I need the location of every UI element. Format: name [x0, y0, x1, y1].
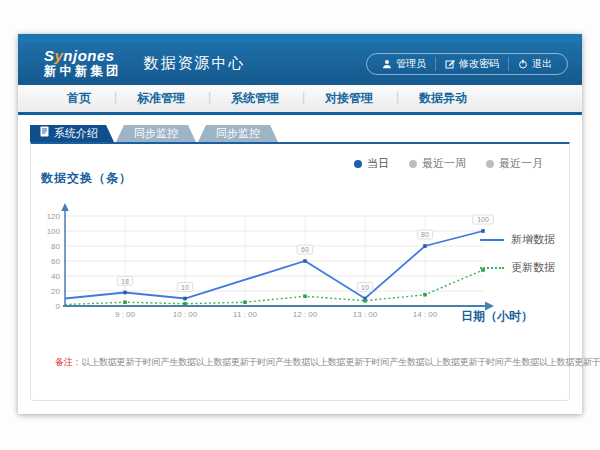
logo-text-cn: 新中新集团 — [44, 65, 122, 79]
radio-last-week[interactable]: 最近一周 — [409, 156, 466, 171]
solid-line-icon — [480, 239, 504, 241]
tab-label: 同步监控 — [216, 125, 260, 142]
tab-system-intro[interactable]: 系统介绍 — [30, 125, 114, 142]
svg-text:80: 80 — [421, 231, 429, 238]
radio-label: 当日 — [367, 156, 389, 171]
legend-entry-new-data[interactable]: 新增数据 — [480, 232, 555, 247]
svg-text:10 : 00: 10 : 00 — [173, 310, 198, 319]
change-password-label: 修改密码 — [459, 57, 499, 71]
footnote-text: 以上数据更新于时间产生数据以上数据更新于时间产生数据以上数据更新于时间产生数据以… — [81, 357, 600, 367]
tab-label: 系统介绍 — [54, 125, 98, 142]
svg-text:40: 40 — [51, 272, 60, 281]
svg-text:14 : 00: 14 : 00 — [413, 310, 438, 319]
app-header: Synjones 新中新集团 数据资源中心 管理员 修改密码 退出 — [18, 42, 582, 85]
svg-text:10: 10 — [181, 284, 189, 291]
nav-item-data-change[interactable]: 数据异动 — [396, 90, 490, 107]
svg-text:60: 60 — [301, 246, 309, 253]
tab-label: 同步监控 — [134, 125, 178, 142]
tab-bar: 系统介绍 同步监控 同步监控 — [30, 125, 278, 142]
tab-sync-monitor-2[interactable]: 同步监控 — [198, 125, 278, 142]
legend-label: 新增数据 — [511, 232, 555, 247]
main-nav: 首页 标准管理 系统管理 对接管理 数据异动 — [18, 85, 582, 115]
radio-last-month[interactable]: 最近一月 — [486, 156, 543, 171]
footnote: 备注：以上数据更新于时间产生数据以上数据更新于时间产生数据以上数据更新于时间产生… — [55, 356, 600, 369]
nav-item-home[interactable]: 首页 — [44, 90, 114, 107]
svg-text:11 : 00: 11 : 00 — [233, 310, 257, 319]
tab-sync-monitor-1[interactable]: 同步监控 — [116, 125, 196, 142]
company-logo: Synjones 新中新集团 — [44, 48, 122, 78]
svg-text:100: 100 — [47, 227, 61, 236]
file-icon — [40, 125, 49, 142]
svg-text:100: 100 — [477, 216, 489, 223]
footnote-prefix: 备注： — [55, 357, 81, 367]
svg-text:0: 0 — [56, 302, 61, 311]
dotted-line-icon — [480, 267, 504, 269]
edit-icon — [445, 59, 455, 69]
current-user-label: 管理员 — [396, 57, 426, 71]
chart-legend: 新增数据 更新数据 — [480, 232, 555, 275]
change-password-button[interactable]: 修改密码 — [435, 57, 508, 71]
nav-item-standards[interactable]: 标准管理 — [114, 90, 208, 107]
user-icon — [382, 59, 392, 69]
radio-dot-icon — [486, 160, 494, 168]
svg-text:18: 18 — [121, 278, 129, 285]
svg-text:60: 60 — [51, 257, 60, 266]
svg-text:20: 20 — [51, 287, 60, 296]
app-window: Synjones 新中新集团 数据资源中心 管理员 修改密码 退出 — [18, 34, 582, 414]
content-area: 系统介绍 同步监控 同步监控 当日 最近一周 — [18, 115, 582, 414]
power-icon — [518, 59, 528, 69]
line-chart: 0204060801001209 : 0010 : 0011 : 0012 : … — [35, 194, 505, 334]
chart-panel: 当日 最近一周 最近一月 数据交换（条） 0204060801001209 : … — [30, 142, 570, 401]
radio-label: 最近一月 — [499, 156, 543, 171]
svg-text:120: 120 — [47, 212, 61, 221]
radio-today[interactable]: 当日 — [354, 156, 389, 171]
top-accent-strip — [18, 34, 582, 42]
time-range-filter: 当日 最近一周 最近一月 — [354, 156, 543, 171]
logo-text-en: Synjones — [44, 48, 122, 65]
nav-item-system[interactable]: 系统管理 — [208, 90, 302, 107]
page-title: 数据资源中心 — [144, 54, 246, 73]
legend-label: 更新数据 — [511, 260, 555, 275]
svg-text:9 : 00: 9 : 00 — [115, 310, 136, 319]
x-axis-title: 日期（小时） — [461, 308, 533, 325]
svg-text:12 : 00: 12 : 00 — [293, 310, 318, 319]
svg-text:13 : 00: 13 : 00 — [353, 310, 378, 319]
logout-button[interactable]: 退出 — [508, 57, 561, 71]
radio-dot-icon — [354, 160, 362, 168]
nav-item-interface[interactable]: 对接管理 — [302, 90, 396, 107]
y-axis-title: 数据交换（条） — [41, 170, 132, 187]
current-user-button[interactable]: 管理员 — [373, 57, 435, 71]
logout-label: 退出 — [532, 57, 552, 71]
legend-entry-updated-data[interactable]: 更新数据 — [480, 260, 555, 275]
radio-label: 最近一周 — [422, 156, 466, 171]
radio-dot-icon — [409, 160, 417, 168]
svg-text:80: 80 — [51, 242, 60, 251]
svg-text:10: 10 — [361, 284, 369, 291]
user-menu: 管理员 修改密码 退出 — [366, 53, 568, 75]
